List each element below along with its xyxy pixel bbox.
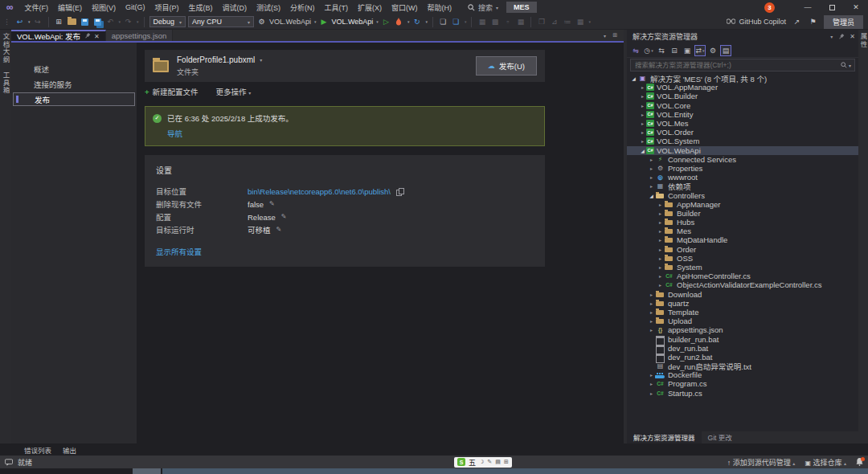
properties-tab[interactable]: 属性 <box>858 33 868 48</box>
expand-arrow-icon[interactable] <box>648 327 655 333</box>
tree-item[interactable]: OSS <box>627 254 858 263</box>
comment-icon[interactable]: ▦ <box>477 16 487 28</box>
editor-tab[interactable]: appsettings.json ✕ <box>106 30 174 41</box>
publish-button[interactable]: ☁ 发布(U) <box>476 56 537 76</box>
github-copilot-button[interactable]: GitHub Copilot <box>727 18 786 26</box>
profile-name[interactable]: FolderProfile1.pubxml <box>177 55 255 64</box>
publish-nav-item[interactable]: 概述 <box>13 62 135 76</box>
tree-item[interactable]: C# ApiHomeController.cs <box>627 272 858 280</box>
tree-item[interactable]: System <box>627 263 858 272</box>
expand-arrow-icon[interactable] <box>648 157 655 162</box>
search-box[interactable]: 搜索 ▾ <box>468 2 498 13</box>
expand-arrow-icon[interactable] <box>648 318 655 324</box>
toolbox-icon[interactable]: ⊞ <box>504 459 509 465</box>
open-file-icon[interactable] <box>67 16 77 28</box>
active-files-dropdown-icon[interactable]: ▾ <box>604 33 606 39</box>
tree-item[interactable]: Hubs <box>627 218 858 227</box>
ime-mode-label[interactable]: 五 <box>469 457 476 468</box>
tree-item[interactable]: C# VOL.Mes <box>627 119 858 128</box>
expand-arrow-icon[interactable] <box>657 273 664 279</box>
bookmark-icon[interactable]: ▫ <box>502 16 513 28</box>
chevron-down-icon[interactable]: ▾ <box>588 19 591 24</box>
expand-arrow-icon[interactable] <box>657 210 664 216</box>
minimize-button[interactable]: — <box>796 0 820 14</box>
tree-item[interactable]: C# VOL.Builder <box>627 92 858 100</box>
start-without-debugging-icon[interactable]: ▷ <box>381 16 391 28</box>
select-repository-button[interactable]: ▣ 选择仓库 ▴ <box>805 457 846 468</box>
new-window-icon[interactable]: ❏ <box>451 16 461 28</box>
tree-item[interactable]: C# VOL.Entity <box>627 110 858 119</box>
bottom-panel-tab[interactable]: 错误列表 <box>24 445 51 455</box>
tree-item[interactable]: dev_run.bat <box>627 344 858 353</box>
window-position-icon[interactable]: ▾ <box>830 34 833 39</box>
sync-active-document-icon[interactable]: ⇄ <box>694 45 706 56</box>
tree-item[interactable]: ⚡ Connected Services <box>627 155 858 164</box>
tree-item[interactable]: ▣ 解决方案 'MES' (8 个项目, 共 8 个) <box>627 74 858 83</box>
dock-tab[interactable]: 文档大纲 <box>1 33 10 63</box>
show-all-settings-link[interactable]: 显示所有设置 <box>156 247 202 256</box>
tree-item[interactable]: MqDataHandle <box>627 235 858 244</box>
setting-value[interactable]: false <box>248 200 264 209</box>
expand-arrow-icon[interactable] <box>648 183 655 189</box>
chevron-down-icon[interactable]: ▾ <box>137 19 139 24</box>
tree-item[interactable]: Order <box>627 245 858 254</box>
expand-arrow-icon[interactable] <box>639 121 646 126</box>
expand-arrow-icon[interactable] <box>657 247 664 252</box>
tree-item[interactable]: ⚙ Properties <box>627 164 858 173</box>
solution-platform-dropdown[interactable]: Any CPU ▾ <box>188 16 254 27</box>
tree-item[interactable]: C# Program.cs <box>627 379 858 388</box>
menu-item[interactable]: 编辑(E) <box>53 1 87 14</box>
setting-value[interactable]: Release <box>248 213 276 222</box>
clipboard-icon[interactable]: ▤ <box>495 459 501 465</box>
feedback-icon[interactable]: ⚑ <box>808 16 818 28</box>
expand-arrow-icon[interactable] <box>657 237 664 243</box>
expand-arrow-icon[interactable] <box>648 165 655 171</box>
tree-item[interactable]: C# VOL.Order <box>627 128 858 137</box>
explorer-bottom-tab[interactable]: Git 更改 <box>702 431 739 443</box>
account-button[interactable]: 管理员 <box>824 15 863 29</box>
expand-arrow-icon[interactable] <box>648 174 655 180</box>
expand-arrow-icon[interactable] <box>657 255 664 261</box>
tree-item[interactable]: Builder <box>627 209 858 218</box>
add-to-source-control-button[interactable]: ↑ 添加到源代码管理 ▴ <box>727 457 796 468</box>
tree-item[interactable]: Upload <box>627 317 858 325</box>
expand-arrow-icon[interactable] <box>639 93 646 99</box>
uncomment-icon[interactable]: ▩ <box>489 16 500 28</box>
navigate-forward-icon[interactable]: ↪ <box>33 16 43 28</box>
tree-item[interactable]: C# VOL.AppManager <box>627 83 858 92</box>
tree-item[interactable]: builder_run.bat <box>627 334 858 343</box>
sogou-logo-icon[interactable]: S <box>457 458 465 466</box>
chevron-down-icon[interactable]: ▾ <box>465 19 467 24</box>
navigate-back-icon[interactable]: ↩ <box>14 16 25 28</box>
expand-arrow-icon[interactable] <box>639 103 646 108</box>
solution-configuration-dropdown[interactable]: Debug ▾ <box>149 16 186 27</box>
close-icon[interactable]: ✕ <box>850 33 855 40</box>
restart-icon[interactable]: ↻ <box>411 16 422 28</box>
notifications-bell-button[interactable] <box>856 458 863 466</box>
tree-item[interactable]: C# VOL.Core <box>627 101 858 110</box>
setting-value[interactable]: bin\Release\netcoreapp6.0\net6.0\publish… <box>248 187 391 196</box>
pen-icon[interactable]: ✎ <box>487 459 492 465</box>
tree-item[interactable]: C# VOL.System <box>627 137 858 145</box>
solution-search-input[interactable] <box>631 61 841 69</box>
setting-value[interactable]: 可移植 <box>248 224 271 235</box>
menu-item[interactable]: 项目(P) <box>150 1 184 14</box>
expand-arrow-icon[interactable] <box>657 228 664 234</box>
expand-arrow-icon[interactable] <box>657 219 664 225</box>
collapse-all-icon[interactable]: ⊟ <box>669 45 680 56</box>
expand-arrow-icon[interactable] <box>648 193 655 198</box>
editor-tab[interactable]: VOL.WebApi: 发布 ✕ <box>11 30 106 41</box>
window-layout-icon[interactable]: ⊞ <box>612 32 617 39</box>
pending-changes-icon[interactable]: ◷ <box>643 45 654 56</box>
setting-action-icon[interactable] <box>276 226 285 234</box>
chart-icon[interactable]: ⊿ <box>549 16 559 28</box>
expand-arrow-icon[interactable] <box>639 138 646 144</box>
expand-arrow-icon[interactable] <box>657 264 664 270</box>
menu-item[interactable]: 调试(D) <box>218 1 252 14</box>
tree-item[interactable]: C# Startup.cs <box>627 389 858 398</box>
chevron-down-icon[interactable]: ▾ <box>28 19 31 24</box>
menu-item[interactable]: 帮助(H) <box>423 1 457 14</box>
expand-arrow-icon[interactable] <box>648 390 655 396</box>
chevron-down-icon[interactable]: ▾ <box>260 57 262 63</box>
show-all-files-icon[interactable]: ▤ <box>720 45 731 56</box>
